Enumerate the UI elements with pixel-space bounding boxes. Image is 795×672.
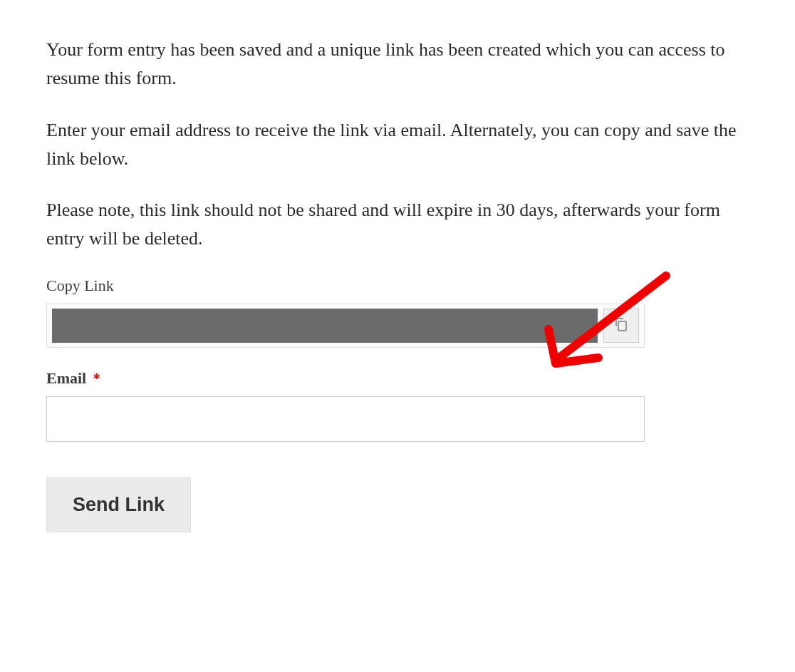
- send-link-button[interactable]: Send Link: [46, 477, 191, 532]
- copy-link-field: Copy Link: [46, 276, 749, 348]
- copy-link-row: [46, 304, 645, 348]
- copy-button[interactable]: [603, 309, 639, 343]
- copy-icon: [613, 316, 630, 335]
- copy-link-label: Copy Link: [46, 276, 749, 295]
- email-input[interactable]: [46, 396, 645, 442]
- intro-paragraph-1: Your form entry has been saved and a uni…: [46, 36, 749, 93]
- required-asterisk: *: [93, 371, 100, 386]
- link-readonly-input[interactable]: [52, 309, 598, 343]
- email-field-group: Email *: [46, 369, 749, 442]
- intro-paragraph-3: Please note, this link should not be sha…: [46, 196, 749, 254]
- svg-rect-0: [618, 321, 626, 331]
- email-label: Email *: [46, 369, 749, 388]
- intro-paragraph-2: Enter your email address to receive the …: [46, 116, 749, 174]
- email-label-text: Email: [46, 369, 86, 387]
